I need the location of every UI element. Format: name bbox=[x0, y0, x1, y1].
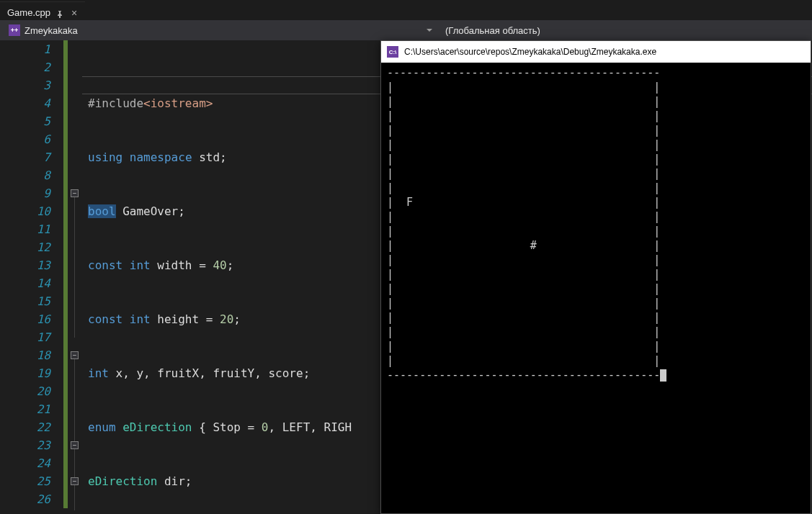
line-number-gutter: 1234567891011121314151617181920212223242… bbox=[0, 40, 63, 514]
nav-bar: ++ Zmeykakaka (Глобальная область) bbox=[0, 20, 812, 40]
cpp-project-icon: ++ bbox=[9, 24, 20, 36]
tab-game-cpp[interactable]: Game.cpp × bbox=[0, 1, 85, 20]
fold-column: − − − − bbox=[71, 40, 82, 514]
fold-toggle-icon[interactable]: − bbox=[71, 189, 79, 197]
console-app-icon: C:\ bbox=[387, 46, 398, 58]
change-marker-column bbox=[63, 40, 71, 514]
fold-toggle-icon[interactable]: − bbox=[71, 441, 79, 449]
console-window[interactable]: C:\ C:\Users\acer\source\repos\Zmeykakak… bbox=[380, 40, 811, 514]
tab-strip: Game.cpp × bbox=[0, 0, 812, 20]
console-titlebar[interactable]: C:\ C:\Users\acer\source\repos\Zmeykakak… bbox=[381, 41, 811, 63]
pin-icon[interactable] bbox=[56, 9, 63, 17]
fold-toggle-icon[interactable]: − bbox=[71, 351, 79, 359]
fold-toggle-icon[interactable]: − bbox=[71, 477, 79, 485]
console-output: ----------------------------------------… bbox=[381, 63, 811, 385]
chevron-down-icon bbox=[427, 27, 432, 33]
nav-scope-dropdown[interactable]: (Глобальная область) bbox=[441, 20, 812, 40]
nav-project-dropdown[interactable]: ++ Zmeykakaka bbox=[4, 20, 437, 40]
nav-scope-label: (Глобальная область) bbox=[445, 25, 540, 36]
close-icon[interactable]: × bbox=[69, 8, 79, 18]
tab-label: Game.cpp bbox=[7, 7, 50, 18]
nav-project-label: Zmeykakaka bbox=[24, 25, 78, 36]
console-title: C:\Users\acer\source\repos\Zmeykakaka\De… bbox=[404, 47, 656, 57]
console-cursor bbox=[660, 369, 666, 382]
